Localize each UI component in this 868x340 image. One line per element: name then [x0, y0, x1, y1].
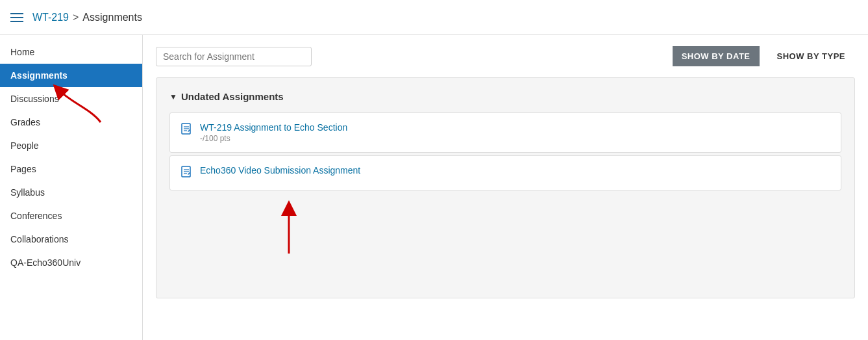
show-by-date-button[interactable]: SHOW BY DATE	[673, 46, 760, 66]
breadcrumb-current: Assignments	[82, 12, 142, 23]
section-title: Undated Assignments	[181, 91, 284, 102]
assignment-info-1: WT-219 Assignment to Echo Section -/100 …	[200, 122, 830, 143]
sidebar-item-collaborations[interactable]: Collaborations	[0, 228, 142, 251]
assignment-info-2: Echo360 Video Submission Assignment	[200, 165, 830, 177]
breadcrumb-separator: >	[73, 12, 79, 23]
search-input[interactable]	[156, 47, 312, 66]
main-content: SHOW BY DATE SHOW BY TYPE ▼ Undated Assi…	[143, 35, 868, 340]
show-by-type-button[interactable]: SHOW BY TYPE	[767, 46, 855, 67]
assignment-item-1[interactable]: WT-219 Assignment to Echo Section -/100 …	[169, 112, 841, 153]
assignment-name-2: Echo360 Video Submission Assignment	[200, 165, 830, 176]
sidebar-item-discussions[interactable]: Discussions	[0, 87, 142, 111]
sidebar-item-assignments[interactable]: Assignments	[0, 64, 142, 87]
section-collapse-icon[interactable]: ▼	[169, 92, 177, 101]
assignment-name-1: WT-219 Assignment to Echo Section	[200, 122, 830, 133]
sidebar-item-people[interactable]: People	[0, 134, 142, 157]
sidebar-item-syllabus[interactable]: Syllabus	[0, 181, 142, 204]
breadcrumb: WT-219 > Assignments	[32, 12, 142, 23]
layout: Home Assignments Discussions Grades Peop…	[0, 35, 868, 340]
header: WT-219 > Assignments	[0, 0, 868, 35]
assignment-item-2[interactable]: Echo360 Video Submission Assignment	[169, 155, 841, 190]
assignment-icon-1	[180, 123, 192, 138]
toolbar: SHOW BY DATE SHOW BY TYPE	[156, 46, 855, 67]
content-area: ▼ Undated Assignments	[156, 77, 855, 298]
sidebar-item-home[interactable]: Home	[0, 40, 142, 64]
sidebar-item-grades[interactable]: Grades	[0, 111, 142, 134]
hamburger-menu[interactable]	[10, 13, 23, 22]
sidebar: Home Assignments Discussions Grades Peop…	[0, 35, 143, 340]
section-header: ▼ Undated Assignments	[169, 91, 841, 102]
sidebar-item-qa-echo[interactable]: QA-Echo360Univ	[0, 251, 142, 274]
sidebar-item-conferences[interactable]: Conferences	[0, 204, 142, 228]
assignment-pts-1: -/100 pts	[200, 134, 830, 143]
assignment-icon-2	[180, 166, 192, 181]
sidebar-item-pages[interactable]: Pages	[0, 157, 142, 181]
breadcrumb-course[interactable]: WT-219	[32, 12, 69, 23]
